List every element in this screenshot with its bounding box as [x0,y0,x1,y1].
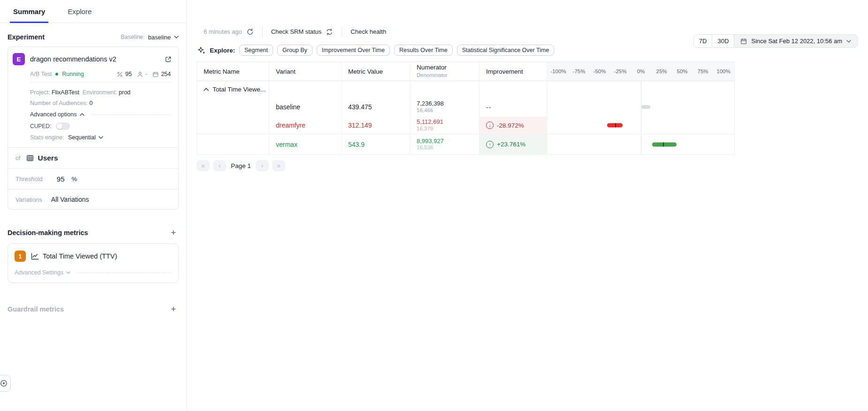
ci-point-tick [663,142,664,146]
col-header-metric-name: Metric Name [197,62,269,81]
arrow-up-circle-icon: ↑ [486,141,494,148]
pagination-prev-button[interactable]: ‹ [213,160,226,171]
numerator-denominator-cell: 7,236,398 16,466 [410,97,480,117]
refresh-control[interactable]: 6 minutes ago [204,28,254,36]
audiences-value: 0 [89,100,92,107]
help-widget-button[interactable] [0,375,11,392]
external-link-icon[interactable] [165,56,172,63]
tab-summary-label: Summary [13,8,45,15]
tab-explore-label: Explore [68,8,91,15]
check-srm-button[interactable]: Check SRM status [271,28,334,36]
pagination-next-button[interactable]: › [256,160,269,171]
threshold-label: Threshold [15,175,43,183]
ci-bar-vermax [652,142,677,146]
experiment-name: dragon recommendations v2 [30,55,160,63]
days-count: 254 [161,71,171,77]
calendar-icon [152,71,159,77]
variant-cell: vermax [269,134,342,154]
improvement-cell: ↓ -28.972% [480,117,547,134]
variations-value: All Variations [51,196,89,203]
advanced-options-label: Advanced options [30,111,76,118]
chevron-down-icon [174,36,179,38]
chevron-down-icon [99,136,103,139]
chart-cell [547,97,735,117]
sync-icon [326,28,333,36]
explore-label: Explore: [210,47,235,54]
metric-group-row: Total Time Viewe... [197,81,735,97]
check-health-button[interactable]: Check health [350,28,386,35]
improvement-value: +23.761% [497,141,525,148]
numerator-value: 5,112,691 [417,118,443,126]
main-panel: 6 minutes ago Check SRM status Check hea… [187,0,868,411]
sparkle-icon [198,46,206,54]
explore-results-over-time-button[interactable]: Results Over Time [394,45,453,56]
axis-tick-label: -100% [550,68,566,74]
tab-explore[interactable]: Explore [68,0,91,23]
explore-segment-button[interactable]: Segment [239,45,273,56]
threshold-unit: % [72,175,77,183]
divider [262,26,263,37]
baseline-selector[interactable]: Baseline: baseline [121,34,179,41]
numerator-denominator-cell: 8,993,927 16,536 [410,134,480,154]
date-range-button[interactable]: Since Sat Feb 12 2022, 10:56 am [734,35,857,47]
add-decision-metric-button[interactable]: + [168,227,179,238]
dashed-divider [77,273,172,273]
variations-label: Variations [15,196,42,203]
variant-cell: baseline [269,97,342,117]
explore-bar: Explore: Segment Group By Improvement Ov… [198,45,554,56]
group-collapse-toggle[interactable]: Total Time Viewe... [204,86,266,93]
numerator-value: 8,993,927 [417,137,444,145]
variant-cell: dreamfyre [269,117,342,134]
stats-engine-select[interactable]: Sequential [68,134,103,141]
project-label: Project: [30,89,50,96]
col-header-denominator: Denominator [417,72,448,78]
ci-point-tick [615,123,616,128]
axis-tick-label: 50% [677,68,687,74]
advanced-options-toggle[interactable]: Advanced options [30,111,171,118]
cuped-toggle[interactable] [56,122,70,130]
pagination-last-button[interactable]: » [272,160,285,171]
check-srm-label: Check SRM status [271,28,322,35]
advanced-settings-toggle[interactable]: Advanced Settings [8,264,178,282]
range-30d-button[interactable]: 30D [712,35,734,47]
chevron-down-icon [846,40,851,43]
metric-value-cell: 439.475 [342,97,410,117]
table-row-vermax: vermax 543.9 8,993,927 16,536 ↑ +23.761% [197,134,735,155]
pagination: « ‹ Page 1 › » [197,160,285,171]
chart-cell [547,81,735,97]
unit-type-value: Users [38,154,58,162]
audiences-label: Number of Audiences: [30,100,88,107]
metric-rank-badge: 1 [15,251,26,262]
decision-metric-card: 1 Total Time Viewed (TTV) Advanced Setti… [8,244,179,283]
axis-tick-label: -75% [573,68,586,74]
chevron-down-icon [66,271,70,274]
explore-improvement-over-time-button[interactable]: Improvement Over Time [317,45,390,56]
axis-tick-label: 0% [637,68,645,74]
date-range-text: Since Sat Feb 12 2022, 10:56 am [751,38,842,45]
denominator-value: 16,466 [417,107,444,114]
tab-summary[interactable]: Summary [13,0,45,23]
improvement-cell: ↑ +23.761% [480,134,547,154]
denominator-value: 16,379 [417,126,443,132]
experiment-type-label: A/B Test [30,71,52,77]
stats-engine-value: Sequential [68,134,96,141]
refresh-icon[interactable] [246,28,254,36]
experiment-heading: Experiment [8,33,45,41]
pagination-first-button[interactable]: « [197,160,210,171]
environment-label: Environment: [83,89,117,96]
chevron-up-icon [204,88,209,91]
status-text: Running [62,71,84,77]
explore-group-by-button[interactable]: Group By [277,45,312,56]
range-7d-button[interactable]: 7D [694,35,713,47]
chart-cell [547,117,735,134]
numerator-value: 7,236,398 [417,100,444,107]
unit-type-row: of Users [8,147,178,168]
axis-tick-label: -25% [614,68,627,74]
col-header-improvement: Improvement [480,62,547,81]
explore-stat-significance-button[interactable]: Statistical Significance Over Time [457,45,555,56]
add-guardrail-metric-button[interactable]: + [168,304,179,314]
chevron-up-icon [80,113,84,116]
group-label: Total Time Viewe... [213,86,266,93]
divider [30,82,171,83]
help-circle-icon [0,380,8,387]
